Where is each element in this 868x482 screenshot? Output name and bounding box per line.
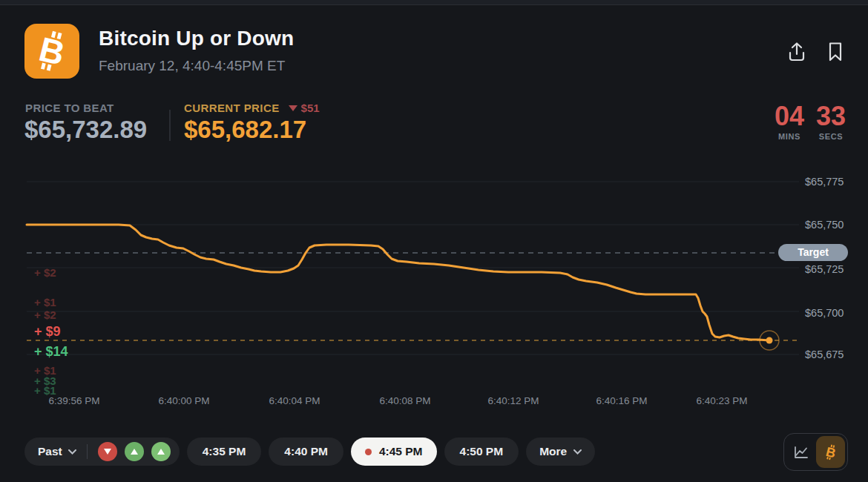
- window-top-strip: [0, 0, 868, 5]
- x-axis-label: 6:40:04 PM: [269, 395, 320, 406]
- price-to-beat-value: $65,732.89: [24, 116, 147, 144]
- share-icon: [787, 42, 806, 62]
- bet-marker: + $1: [34, 296, 56, 308]
- chart-view-toggle: B: [783, 433, 848, 471]
- past-label: Past: [38, 445, 62, 458]
- time-tab-440pm[interactable]: 4:40 PM: [269, 438, 343, 466]
- bet-marker: + $9: [34, 324, 61, 339]
- x-axis-label: 6:40:16 PM: [596, 395, 647, 406]
- time-tab-450pm[interactable]: 4:50 PM: [444, 438, 519, 466]
- event-time-range: February 12, 4:40-4:45PM ET: [99, 58, 285, 74]
- y-axis-label: $65,750: [805, 219, 844, 231]
- more-label: More: [539, 445, 567, 458]
- y-axis-label: $65,700: [805, 307, 844, 319]
- price-chart: $65,775 $65,750 $65,725 $65,700 $65,675 …: [0, 167, 868, 412]
- x-axis-label: 6:40:08 PM: [379, 395, 430, 406]
- bet-marker: + $14: [34, 344, 68, 359]
- bet-marker: + $2: [34, 308, 56, 321]
- bet-marker: + $2: [34, 266, 56, 279]
- latest-point-dot: [766, 337, 773, 344]
- target-badge: Target: [778, 244, 848, 261]
- bitcoin-view-button[interactable]: B: [816, 436, 845, 468]
- past-group: Past: [24, 438, 180, 466]
- up-triangle-icon: [157, 449, 165, 455]
- more-dropdown-button[interactable]: More: [526, 438, 595, 466]
- live-dot-icon: [365, 449, 372, 455]
- chevron-down-icon: [573, 449, 582, 455]
- x-axis-label: 6:40:12 PM: [487, 395, 539, 406]
- x-axis-label: 6:40:00 PM: [158, 395, 209, 406]
- line-chart-icon: [793, 445, 809, 460]
- share-button[interactable]: [785, 40, 809, 64]
- chevron-down-icon: [68, 449, 76, 455]
- up-result-button-1[interactable]: [125, 442, 144, 461]
- up-result-button-2[interactable]: [151, 442, 171, 461]
- up-triangle-icon: [131, 449, 138, 455]
- chart-toolbar: Past 4:35 PM 4:40 PM 4:45 PM 4:50 PM Mor…: [24, 438, 595, 466]
- bitcoin-up-or-down-page: B Bitcoin Up or Down February 12, 4:40-4…: [0, 0, 868, 482]
- countdown-seconds-label: SECS: [819, 132, 843, 141]
- svg-text:Target: Target: [798, 246, 829, 258]
- y-axis-label: $65,775: [805, 176, 844, 188]
- bitcoin-b-glyph: B: [33, 30, 71, 73]
- down-result-button[interactable]: [98, 442, 117, 461]
- bookmark-button[interactable]: [823, 40, 847, 64]
- time-tab-435pm[interactable]: 4:35 PM: [187, 438, 262, 466]
- countdown-seconds: 33: [816, 102, 846, 131]
- time-tab-445pm-active[interactable]: 4:45 PM: [351, 438, 437, 466]
- price-delta-badge: $51: [289, 102, 320, 114]
- bitcoin-icon: B: [823, 443, 838, 461]
- past-dropdown-button[interactable]: Past: [38, 438, 76, 466]
- price-line-series: [27, 225, 769, 340]
- x-axis-label: 6:40:23 PM: [696, 395, 747, 406]
- current-price-value: $65,682.17: [184, 116, 306, 144]
- x-axis-label: 6:39:56 PM: [48, 395, 99, 406]
- line-chart-view-button[interactable]: [786, 436, 815, 468]
- y-axis-label: $65,675: [805, 349, 844, 360]
- countdown-minutes-label: MINS: [778, 132, 800, 141]
- header-actions: [785, 40, 847, 64]
- price-to-beat-label: PRICE TO BEAT: [25, 102, 114, 114]
- current-price-label: CURRENT PRICE: [184, 102, 280, 114]
- page-title: Bitcoin Up or Down: [99, 27, 294, 50]
- down-triangle-icon: [289, 105, 297, 111]
- bitcoin-logo-icon: B: [24, 24, 79, 79]
- price-divider: [169, 110, 171, 141]
- group-divider: [87, 444, 88, 459]
- y-axis-label: $65,725: [805, 263, 844, 275]
- price-delta-value: $51: [301, 102, 320, 114]
- countdown-timer: 04 MINS 33 SECS: [775, 102, 846, 141]
- down-triangle-icon: [104, 449, 111, 455]
- countdown-minutes: 04: [775, 102, 804, 131]
- bookmark-icon: [827, 42, 844, 62]
